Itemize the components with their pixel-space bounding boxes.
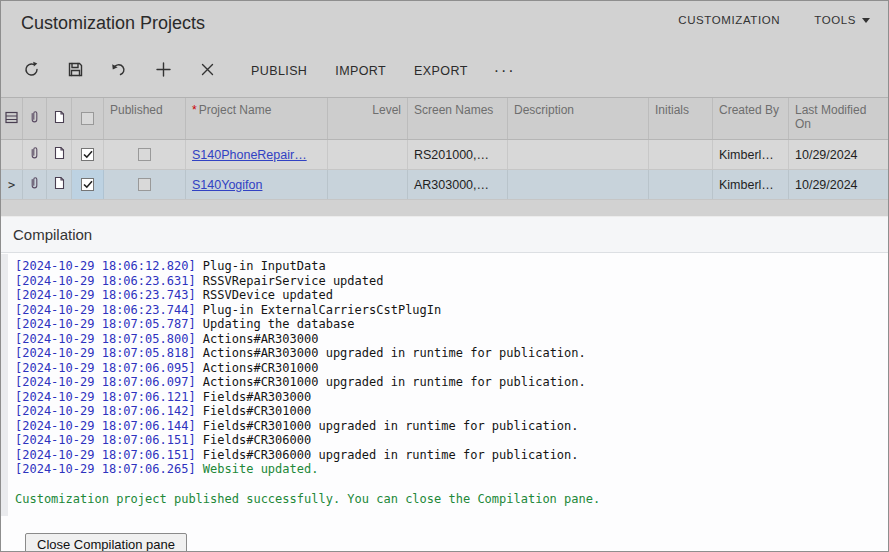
title-bar: Customization Projects CUSTOMIZATION TOO… [1, 1, 888, 47]
attachment-column-header[interactable] [23, 98, 47, 139]
row-checkbox[interactable] [81, 178, 94, 191]
compilation-pane: Compilation [2024-10-29 18:06:12.820] Pl… [1, 216, 888, 551]
log-message: Website updated. [196, 462, 319, 476]
published-cell [104, 170, 186, 199]
log-message: Actions#CR301000 upgraded in runtime for… [196, 375, 586, 389]
page-title: Customization Projects [21, 13, 205, 34]
note-cell[interactable] [47, 140, 72, 169]
published-cell [104, 140, 186, 169]
project-name-link[interactable]: S140Yogifon [192, 178, 262, 192]
log-timestamp: [2024-10-29 18:07:06.097] [15, 375, 196, 389]
publish-button[interactable]: PUBLISH [251, 64, 307, 78]
log-line: [2024-10-29 18:07:06.151] Fields#CR30600… [15, 433, 888, 448]
attachment-cell[interactable] [23, 140, 47, 169]
log-timestamp: [2024-10-29 18:07:06.151] [15, 448, 196, 462]
note-icon [53, 176, 66, 193]
column-header-description[interactable]: Description [508, 98, 649, 139]
projects-grid: Published * Project Name Level Screen Na… [1, 97, 888, 200]
attachment-cell[interactable] [23, 170, 47, 199]
paperclip-icon [29, 146, 40, 163]
column-header-screen-names[interactable]: Screen Names [408, 98, 508, 139]
initials-cell [649, 140, 713, 169]
checkbox-icon [81, 112, 94, 125]
save-button[interactable] [61, 57, 89, 85]
delete-icon [200, 62, 215, 81]
expander-icon: > [8, 178, 15, 192]
delete-button[interactable] [193, 57, 221, 85]
project-name-cell: S140PhoneRepair… [186, 140, 328, 169]
add-button[interactable] [149, 57, 177, 85]
log-message: RSSVDevice updated [196, 288, 333, 302]
save-icon [67, 61, 84, 82]
log-message: Fields#CR306000 [196, 433, 312, 447]
log-timestamp: [2024-10-29 18:06:23.744] [15, 303, 196, 317]
grid-header-row: Published * Project Name Level Screen Na… [1, 98, 888, 140]
refresh-icon [23, 61, 40, 82]
log-timestamp: [2024-10-29 18:07:06.121] [15, 390, 196, 404]
menu-customization[interactable]: CUSTOMIZATION [678, 14, 780, 26]
note-icon [53, 110, 66, 127]
toolbar: PUBLISH IMPORT EXPORT ··· [1, 53, 516, 89]
created-by-cell: Kimberl… [713, 140, 789, 169]
compilation-title-bar: Compilation [1, 217, 888, 253]
refresh-button[interactable] [17, 57, 45, 85]
log-message: Fields#AR303000 [196, 390, 312, 404]
customization-projects-screen: Customization Projects CUSTOMIZATION TOO… [0, 0, 889, 552]
column-header-created-by[interactable]: Created By [713, 98, 789, 139]
log-message: Actions#CR301000 [196, 361, 319, 375]
project-name-link[interactable]: S140PhoneRepair… [192, 148, 307, 162]
table-row[interactable]: >S140YogifonAR303000,…Kimberl…10/29/2024 [1, 170, 888, 200]
notes-column-header[interactable] [47, 98, 72, 139]
row-select-cell [72, 170, 104, 199]
select-all-checkbox[interactable] [72, 98, 104, 139]
column-header-level[interactable]: Level [328, 98, 408, 139]
log-message: Plug-in ExternalCarriersCstPlugIn [196, 303, 442, 317]
log-message: RSSVRepairService updated [196, 274, 384, 288]
screen-names-cell: AR303000,… [408, 170, 508, 199]
level-cell [328, 140, 408, 169]
log-line: [2024-10-29 18:07:06.151] Fields#CR30600… [15, 448, 888, 463]
undo-icon [110, 61, 128, 82]
published-checkbox[interactable] [138, 148, 151, 161]
published-checkbox[interactable] [138, 178, 151, 191]
description-cell [508, 170, 649, 199]
export-button[interactable]: EXPORT [414, 64, 468, 78]
menu-tools[interactable]: TOOLS [814, 14, 870, 26]
log-timestamp: [2024-10-29 18:07:05.800] [15, 332, 196, 346]
column-header-published[interactable]: Published [104, 98, 186, 139]
log-message: Actions#AR303000 [196, 332, 319, 346]
grid-body: S140PhoneRepair…RS201000,…Kimberl…10/29/… [1, 140, 888, 200]
log-timestamp: [2024-10-29 18:07:06.151] [15, 433, 196, 447]
log-line: [2024-10-29 18:06:23.631] RSSVRepairServ… [15, 274, 888, 289]
paperclip-icon [29, 110, 40, 127]
log-line: [2024-10-29 18:07:05.818] Actions#AR3030… [15, 346, 888, 361]
paperclip-icon [29, 176, 40, 193]
log-line: [2024-10-29 18:06:23.744] Plug-in Extern… [15, 303, 888, 318]
undo-button[interactable] [105, 57, 133, 85]
required-marker: * [192, 103, 197, 117]
column-header-initials[interactable]: Initials [649, 98, 713, 139]
row-expander-cell[interactable]: > [1, 170, 23, 199]
column-header-last-modified-on[interactable]: Last Modified On [789, 98, 888, 139]
grid-settings-button[interactable] [1, 98, 23, 139]
created-by-cell: Kimberl… [713, 170, 789, 199]
note-cell[interactable] [47, 170, 72, 199]
table-row[interactable]: S140PhoneRepair…RS201000,…Kimberl…10/29/… [1, 140, 888, 170]
log-message: Fields#CR301000 upgraded in runtime for … [196, 419, 579, 433]
row-checkbox[interactable] [81, 148, 94, 161]
log-line: [2024-10-29 18:07:05.787] Updating the d… [15, 317, 888, 332]
more-actions-button[interactable]: ··· [494, 62, 516, 80]
log-line: [2024-10-29 18:07:06.144] Fields#CR30100… [15, 419, 888, 434]
log-line: [2024-10-29 18:07:05.800] Actions#AR3030… [15, 332, 888, 347]
column-header-project-name[interactable]: * Project Name [186, 98, 328, 139]
screen-names-cell: RS201000,… [408, 140, 508, 169]
publish-success-message: Customization project published successf… [15, 492, 888, 507]
log-line: [2024-10-29 18:07:06.142] Fields#CR30100… [15, 404, 888, 419]
log-line: [2024-10-29 18:07:06.265] Website update… [15, 462, 888, 477]
close-compilation-pane-button[interactable]: Close Compilation pane [25, 533, 187, 552]
log-line: [2024-10-29 18:06:12.820] Plug-in InputD… [15, 259, 888, 274]
import-button[interactable]: IMPORT [335, 64, 386, 78]
log-timestamp: [2024-10-29 18:07:05.818] [15, 346, 196, 360]
log-timestamp: [2024-10-29 18:07:06.144] [15, 419, 196, 433]
log-timestamp: [2024-10-29 18:06:12.820] [15, 259, 196, 273]
